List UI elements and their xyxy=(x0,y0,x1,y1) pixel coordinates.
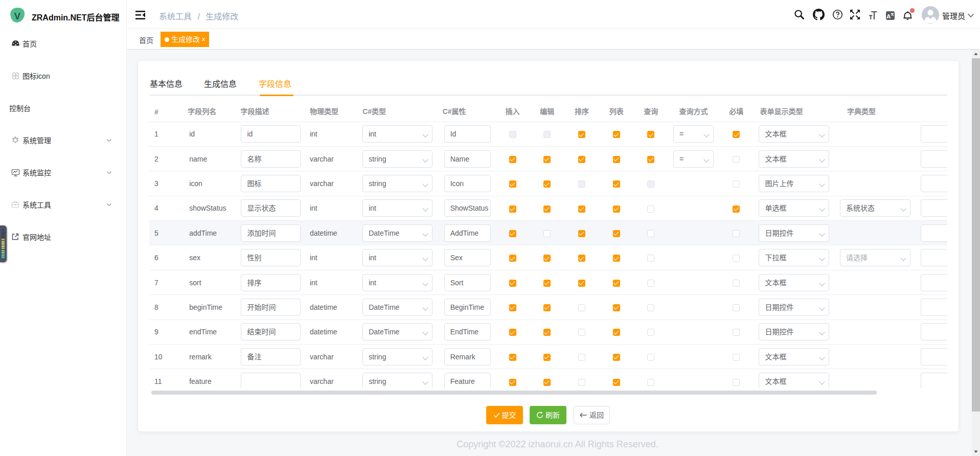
svg-text:A: A xyxy=(886,13,891,19)
svg-text:V: V xyxy=(14,11,21,21)
